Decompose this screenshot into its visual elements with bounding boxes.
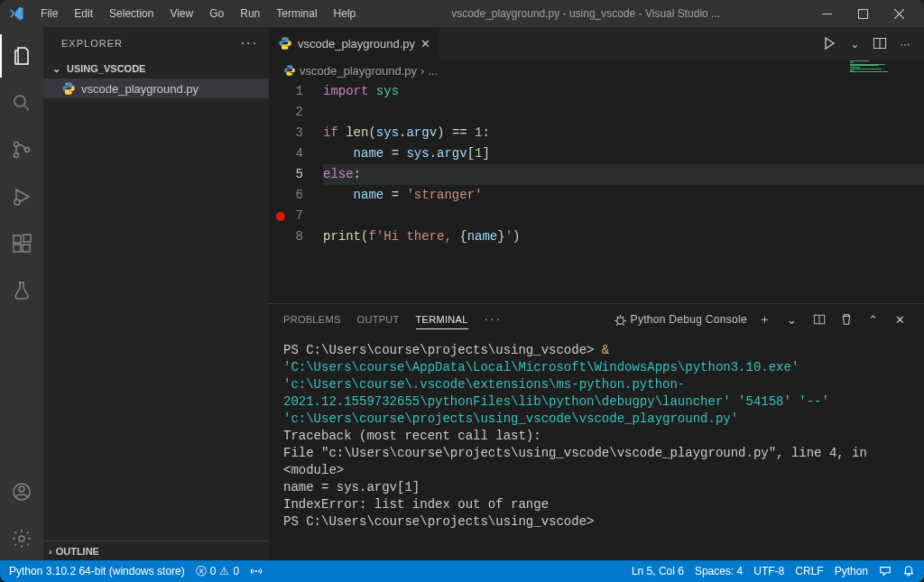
- title-bar: File Edit Selection View Go Run Terminal…: [0, 0, 924, 27]
- activity-search-icon[interactable]: [0, 81, 43, 125]
- sidebar[interactable]: EXPLORER ··· ⌄ USING_VSCODE vscode_playg…: [43, 27, 269, 560]
- line-number: 8: [269, 226, 303, 247]
- breadcrumb-file: vscode_playground.py: [300, 64, 417, 78]
- status-feedback-icon[interactable]: [879, 565, 892, 577]
- python-file-icon: [278, 36, 292, 51]
- folder-name: USING_VSCODE: [67, 63, 145, 74]
- status-indent[interactable]: Spaces: 4: [695, 565, 743, 577]
- terminal-session[interactable]: Python Debug Console: [614, 313, 747, 327]
- kill-terminal-icon[interactable]: [837, 310, 855, 328]
- outline-label: OUTLINE: [56, 546, 99, 557]
- chevron-right-icon: ›: [49, 546, 52, 557]
- svg-rect-0: [822, 14, 832, 14]
- minimize-button[interactable]: [808, 0, 845, 27]
- menu-file[interactable]: File: [33, 4, 65, 23]
- status-problems[interactable]: ⓧ0 ⚠0: [196, 564, 239, 579]
- status-encoding[interactable]: UTF-8: [753, 565, 784, 577]
- editor-more-icon[interactable]: ···: [895, 33, 915, 53]
- activity-explorer-icon[interactable]: [0, 34, 43, 78]
- panel-more-icon[interactable]: ···: [485, 311, 502, 328]
- menu-go[interactable]: Go: [202, 4, 231, 23]
- close-panel-icon[interactable]: ✕: [892, 310, 910, 328]
- status-python[interactable]: Python 3.10.2 64-bit (windows store): [9, 565, 185, 577]
- terminal-dropdown-icon[interactable]: ⌄: [783, 310, 801, 328]
- editor-group: vscode_playground.py ✕ ⌄ ··· vscode_play…: [269, 27, 924, 560]
- close-tab-icon[interactable]: ✕: [420, 37, 430, 51]
- menu-selection[interactable]: Selection: [102, 4, 161, 23]
- breadcrumb[interactable]: vscode_playground.py › ...: [269, 60, 924, 81]
- svg-point-14: [66, 83, 67, 84]
- line-number: 3: [269, 123, 303, 143]
- activity-testing-icon[interactable]: [0, 269, 43, 312]
- status-cursor[interactable]: Ln 5, Col 6: [632, 565, 684, 577]
- code-line: if len(sys.argv) == 1:: [323, 123, 924, 143]
- svg-rect-9: [23, 245, 30, 252]
- menu-terminal[interactable]: Terminal: [269, 4, 324, 23]
- split-terminal-icon[interactable]: [810, 310, 828, 328]
- terminal-line: IndexError: list index out of range: [283, 496, 910, 513]
- panel: PROBLEMS OUTPUT TERMINAL ··· Python Debu…: [269, 303, 924, 560]
- activity-settings-icon[interactable]: [0, 517, 43, 560]
- file-entry[interactable]: vscode_playground.py: [43, 79, 269, 98]
- svg-rect-10: [23, 235, 31, 242]
- terminal-output[interactable]: PS C:\Users\course\projects\using_vscode…: [269, 335, 924, 560]
- status-language[interactable]: Python: [835, 565, 868, 577]
- activity-run-icon[interactable]: [0, 175, 43, 218]
- menu-help[interactable]: Help: [327, 4, 364, 23]
- line-number: 7: [269, 206, 303, 226]
- status-bell-icon[interactable]: [902, 565, 915, 577]
- code-line: [323, 206, 924, 226]
- line-number: 1: [269, 81, 303, 102]
- status-eol[interactable]: CRLF: [795, 565, 823, 577]
- code-editor[interactable]: 1 2 3 4 5 6 7 8 import sys if len(sys.ar…: [269, 81, 924, 303]
- activity-bar: [0, 27, 43, 560]
- menu-run[interactable]: Run: [233, 4, 267, 23]
- status-go-live[interactable]: [250, 565, 263, 577]
- maximize-button[interactable]: [845, 0, 881, 27]
- code-lines: import sys if len(sys.argv) == 1: name =…: [323, 81, 924, 303]
- breakpoint-icon[interactable]: [276, 212, 285, 221]
- svg-point-3: [14, 143, 19, 147]
- code-line: name = 'stranger': [323, 185, 924, 206]
- breadcrumb-more: ...: [428, 64, 438, 78]
- line-number: 6: [269, 185, 303, 206]
- activity-scm-icon[interactable]: [0, 128, 43, 171]
- close-button[interactable]: [881, 0, 917, 27]
- tab-problems[interactable]: PROBLEMS: [283, 310, 341, 328]
- svg-point-12: [19, 486, 24, 492]
- maximize-panel-icon[interactable]: ⌃: [864, 310, 882, 328]
- tab-output[interactable]: OUTPUT: [357, 310, 400, 328]
- code-line: else:: [323, 164, 924, 185]
- line-number: 5: [269, 164, 303, 185]
- tab-label: vscode_playground.py: [298, 37, 415, 51]
- terminal-line: File "c:\Users\course\projects\using_vsc…: [283, 445, 910, 479]
- panel-tabs: PROBLEMS OUTPUT TERMINAL ··· Python Debu…: [269, 304, 924, 335]
- error-icon: ⓧ: [196, 564, 207, 579]
- run-dropdown-icon[interactable]: ⌄: [845, 33, 864, 53]
- breadcrumb-sep: ›: [420, 64, 424, 78]
- activity-account-icon[interactable]: [0, 470, 43, 513]
- svg-rect-7: [14, 236, 21, 243]
- code-line: import sys: [323, 81, 924, 102]
- split-editor-icon[interactable]: [870, 33, 890, 53]
- editor-tab[interactable]: vscode_playground.py ✕: [269, 27, 440, 60]
- titlebar-left: File Edit Selection View Go Run Terminal…: [0, 4, 363, 23]
- window-title: vscode_playground.py - using_vscode - Vi…: [363, 7, 808, 20]
- minimap[interactable]: [850, 60, 913, 72]
- vscode-logo-icon: [0, 5, 32, 22]
- folder-header[interactable]: ⌄ USING_VSCODE: [43, 59, 269, 79]
- new-terminal-icon[interactable]: ＋: [756, 310, 774, 328]
- body: EXPLORER ··· ⌄ USING_VSCODE vscode_playg…: [0, 27, 924, 560]
- activity-extensions-icon[interactable]: [0, 222, 43, 265]
- file-name: vscode_playground.py: [81, 82, 199, 96]
- tab-terminal[interactable]: TERMINAL: [416, 310, 468, 329]
- menu-view[interactable]: View: [162, 4, 200, 23]
- terminal-line: PS C:\Users\course\projects\using_vscode…: [283, 342, 910, 428]
- line-number: 2: [269, 102, 303, 123]
- svg-point-20: [616, 317, 624, 324]
- sidebar-more-icon[interactable]: ···: [241, 35, 258, 51]
- gutter: 1 2 3 4 5 6 7 8: [269, 81, 323, 303]
- run-file-icon[interactable]: [819, 33, 839, 53]
- outline-header[interactable]: › OUTLINE: [43, 540, 269, 560]
- menu-edit[interactable]: Edit: [67, 4, 100, 23]
